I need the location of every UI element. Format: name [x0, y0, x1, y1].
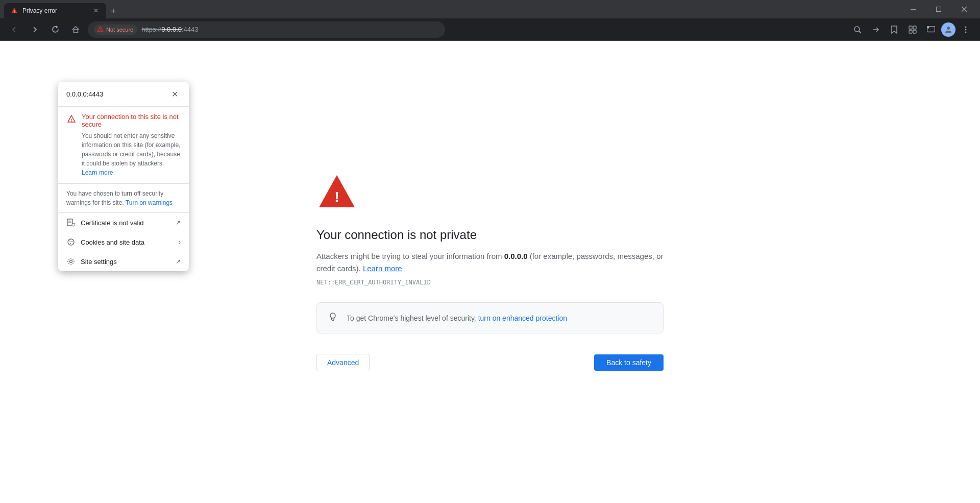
site-settings-label: Site settings — [81, 258, 117, 266]
warning-triangle: ! — [316, 173, 357, 215]
svg-text:!: ! — [334, 188, 339, 205]
popup-warning-icon: ! — [66, 114, 77, 124]
popup-close-button[interactable]: ✕ — [168, 88, 181, 100]
svg-line-11 — [859, 31, 861, 33]
restore-button[interactable] — [927, 0, 950, 18]
cookies-menu-item[interactable]: Cookies and site data › — [58, 232, 189, 252]
svg-text:!: ! — [14, 10, 15, 13]
not-secure-icon: ! — [96, 26, 104, 34]
url-protocol: https:// — [141, 26, 161, 33]
window-controls — [901, 0, 976, 18]
certificate-menu-item[interactable]: Certificate is not valid ↗ — [58, 213, 189, 232]
tab-title: Privacy error — [22, 7, 88, 14]
svg-point-30 — [71, 241, 72, 242]
enhanced-protection-link[interactable]: turn on enhanced protection — [478, 314, 567, 322]
close-button[interactable] — [952, 0, 976, 18]
tip-lightbulb-icon — [327, 311, 338, 325]
tip-text: To get Chrome's highest level of securit… — [347, 314, 567, 322]
svg-text:!: ! — [71, 118, 72, 123]
svg-point-10 — [854, 27, 860, 32]
back-to-safety-button[interactable]: Back to safety — [594, 354, 664, 371]
svg-point-18 — [947, 27, 950, 30]
svg-rect-12 — [909, 26, 912, 29]
certificate-external-icon: ↗ — [176, 219, 181, 226]
security-badge-text: Not secure — [106, 27, 133, 33]
security-tip: To get Chrome's highest level of securit… — [316, 302, 664, 333]
certificate-label: Certificate is not valid — [81, 219, 144, 227]
svg-point-32 — [70, 260, 72, 263]
cast-button[interactable] — [923, 21, 939, 38]
browser-frame: ! Privacy error ✕ + — [0, 0, 980, 503]
home-button[interactable] — [67, 21, 84, 38]
action-buttons: Advanced Back to safety — [316, 354, 664, 371]
svg-rect-13 — [913, 26, 916, 29]
svg-rect-15 — [913, 30, 916, 33]
svg-point-21 — [965, 31, 967, 33]
error-code: NET::ERR_CERT_AUTHORITY_INVALID — [316, 279, 431, 286]
error-hostname: 0.0.0.0 — [504, 252, 528, 260]
tab-favicon: ! — [10, 7, 18, 15]
share-icon-button[interactable] — [868, 21, 884, 38]
popup-security-content: Your connection to this site is not secu… — [82, 113, 181, 177]
svg-rect-7 — [74, 30, 78, 33]
advanced-button[interactable]: Advanced — [316, 354, 370, 371]
svg-rect-3 — [937, 7, 941, 12]
main-content: 0.0.0.0:4443 ✕ ! Your connection to this… — [0, 41, 980, 503]
popup-learn-more-link[interactable]: Learn more — [82, 169, 113, 176]
popup-domain: 0.0.0.0:4443 — [66, 90, 103, 98]
site-settings-external-icon: ↗ — [176, 258, 181, 265]
svg-marker-6 — [56, 26, 58, 29]
popup-security-section: ! Your connection to this site is not se… — [58, 107, 189, 184]
svg-rect-14 — [909, 30, 912, 33]
svg-point-19 — [965, 26, 967, 28]
url-host: 0.0.0.0 — [161, 26, 182, 33]
address-bar: ! Not secure https://0.0.0.0:4443 — [0, 18, 980, 41]
error-title: Your connection is not private — [316, 228, 477, 242]
cookies-arrow-icon: › — [179, 238, 181, 246]
cookies-label: Cookies and site data — [81, 238, 144, 246]
popup-panel: 0.0.0.0:4443 ✕ ! Your connection to this… — [58, 82, 189, 271]
new-tab-button[interactable]: + — [106, 4, 120, 18]
svg-point-29 — [69, 241, 70, 242]
popup-warning-section: You have chosen to turn off security war… — [58, 184, 189, 213]
tab-strip: ! Privacy error ✕ + — [4, 0, 897, 18]
svg-rect-17 — [927, 26, 929, 28]
title-bar: ! Privacy error ✕ + — [0, 0, 980, 18]
svg-point-31 — [70, 243, 71, 244]
back-button[interactable] — [6, 21, 22, 38]
cookies-icon — [66, 237, 76, 247]
toolbar-icons — [849, 21, 974, 38]
security-popup: 0.0.0.0:4443 ✕ ! Your connection to this… — [58, 82, 189, 271]
tab-close-button[interactable]: ✕ — [92, 7, 100, 15]
menu-button[interactable] — [958, 21, 974, 38]
error-description: Attackers might be trying to steal your … — [316, 250, 664, 275]
site-settings-menu-item[interactable]: Site settings ↗ — [58, 252, 189, 271]
error-page: ! Your connection is not private Attacke… — [306, 152, 674, 392]
svg-text:!: ! — [100, 28, 101, 32]
svg-point-27 — [72, 223, 75, 226]
security-badge[interactable]: ! Not secure — [94, 25, 137, 35]
forward-button[interactable] — [27, 21, 43, 38]
popup-security-title: Your connection to this site is not secu… — [82, 113, 181, 128]
svg-point-35 — [330, 313, 335, 318]
extensions-button[interactable] — [904, 21, 921, 38]
reload-button[interactable] — [47, 21, 63, 38]
turn-on-warnings-link[interactable]: Turn on warnings — [126, 199, 173, 206]
site-settings-icon — [66, 257, 76, 266]
search-icon-button[interactable] — [849, 21, 866, 38]
url-port: :4443 — [182, 26, 199, 33]
address-omnibox[interactable]: ! Not secure https://0.0.0.0:4443 — [88, 21, 445, 38]
active-tab[interactable]: ! Privacy error ✕ — [4, 3, 106, 18]
popup-header: 0.0.0.0:4443 ✕ — [58, 82, 189, 107]
bookmark-icon-button[interactable] — [886, 21, 902, 38]
certificate-icon — [66, 218, 76, 227]
error-learn-more-link[interactable]: Learn more — [363, 264, 402, 273]
popup-warning-text: You have chosen to turn off security war… — [66, 189, 181, 207]
url-strikethrough: https://0.0.0.0:4443 — [141, 26, 198, 33]
svg-point-20 — [965, 29, 967, 30]
profile-avatar[interactable] — [941, 22, 955, 37]
minimize-button[interactable] — [901, 0, 925, 18]
svg-point-28 — [68, 239, 74, 245]
popup-security-desc: You should not enter any sensitive infor… — [82, 131, 181, 177]
